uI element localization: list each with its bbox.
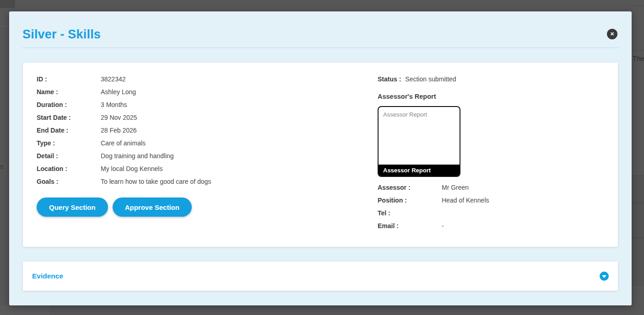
close-button[interactable]: ✕ — [607, 29, 617, 39]
evidence-heading: Evidence — [32, 272, 63, 280]
detail-value: 3 Months — [101, 101, 127, 109]
assessor-report-tooltip: Assessor Report — [379, 165, 460, 176]
detail-value: 29 Nov 2025 — [101, 113, 137, 122]
assessor-value: Head of Kennels — [442, 196, 489, 204]
assessor-report-heading: Assessor's Report — [378, 93, 606, 100]
detail-label: Start Date : — [37, 113, 101, 122]
assessor-row-position: Position : Head of Kennels — [378, 196, 606, 204]
clipped-background-text: The — [633, 54, 644, 62]
status-row: Status : Section submitted — [378, 75, 606, 83]
section-actions: Query Section Approve Section — [37, 198, 357, 217]
assessor-label: Tel : — [378, 209, 442, 217]
background-fragment — [632, 285, 644, 285]
detail-value: 3822342 — [101, 75, 126, 83]
status-label: Status : — [378, 75, 401, 83]
clipped-background-text: s — [0, 163, 3, 170]
detail-label: End Date : — [37, 126, 101, 134]
assessor-label: Email : — [378, 222, 442, 230]
background-fragment — [0, 0, 15, 8]
detail-label: Detail : — [37, 152, 101, 160]
detail-label: Location : — [37, 165, 101, 173]
detail-row-duration: Duration : 3 Months — [37, 101, 357, 109]
assessor-value: Mr Green — [442, 183, 469, 192]
assessor-report-textarea[interactable] — [379, 107, 460, 165]
detail-row-start-date: Start Date : 29 Nov 2025 — [37, 113, 357, 122]
section-detail-modal: Silver - Skills ✕ ID : 3822342 Name : As… — [9, 11, 632, 305]
query-section-button[interactable]: Query Section — [37, 198, 108, 217]
background-fragment — [632, 5, 644, 6]
detail-value: My local Dog Kennels — [101, 165, 162, 173]
background-fragment — [632, 175, 644, 176]
detail-row-goals: Goals : To learn how to take good care o… — [37, 177, 357, 186]
section-details-list: ID : 3822342 Name : Ashley Long Duration… — [37, 75, 357, 217]
detail-label: ID : — [37, 75, 101, 83]
detail-label: Duration : — [37, 101, 101, 109]
modal-title: Silver - Skills — [22, 27, 101, 42]
detail-row-location: Location : My local Dog Kennels — [37, 165, 357, 173]
detail-value: To learn how to take good care of dogs — [101, 177, 211, 186]
assessor-report-box: Assessor Report — [378, 106, 460, 177]
detail-row-id: ID : 3822342 — [37, 75, 357, 83]
detail-label: Name : — [37, 88, 101, 96]
assessor-value: - — [442, 222, 444, 230]
detail-row-name: Name : Ashley Long — [37, 88, 357, 96]
detail-value: Care of animals — [101, 139, 146, 147]
approve-section-button[interactable]: Approve Section — [113, 198, 192, 217]
detail-value: 28 Feb 2026 — [101, 126, 137, 134]
detail-label: Type : — [37, 139, 101, 147]
assessor-row-name: Assessor : Mr Green — [378, 183, 606, 192]
detail-value: Ashley Long — [101, 88, 136, 96]
background-fragment — [0, 26, 9, 27]
assessor-row-tel: Tel : — [378, 209, 606, 217]
assessor-details-list: Assessor : Mr Green Position : Head of K… — [378, 183, 606, 230]
detail-row-end-date: End Date : 28 Feb 2026 — [37, 126, 357, 134]
status-badge: Section submitted — [405, 75, 456, 83]
title-divider — [22, 48, 619, 48]
background-fragment — [632, 203, 644, 203]
assessor-label: Position : — [378, 196, 442, 204]
detail-label: Goals : — [37, 177, 101, 186]
background-fragment — [632, 50, 644, 51]
close-icon: ✕ — [610, 31, 614, 37]
evidence-card[interactable]: Evidence — [23, 262, 618, 291]
assessor-panel: Status : Section submitted Assessor's Re… — [378, 75, 606, 235]
assessor-row-email: Email : - — [378, 222, 606, 230]
chevron-down-icon — [602, 275, 606, 278]
background-fragment — [0, 305, 49, 315]
background-fragment — [632, 238, 644, 238]
detail-row-type: Type : Care of animals — [37, 139, 357, 147]
background-fragment — [632, 176, 644, 285]
assessor-label: Assessor : — [378, 183, 442, 192]
detail-value: Dog training and handling — [101, 152, 174, 160]
detail-row-detail: Detail : Dog training and handling — [37, 152, 357, 160]
evidence-expand-button[interactable] — [600, 272, 609, 281]
section-details-card: ID : 3822342 Name : Ashley Long Duration… — [23, 63, 618, 247]
